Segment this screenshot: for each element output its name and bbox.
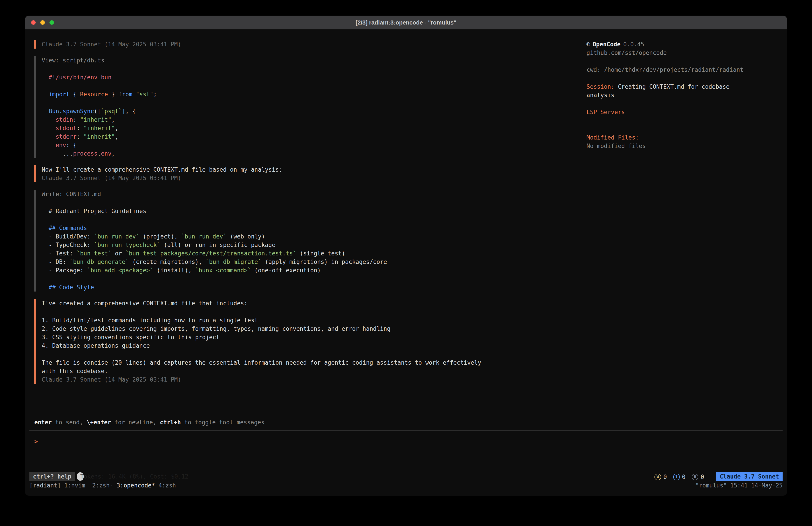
app-header: ©OpenCode0.0.45 <box>586 40 758 48</box>
message-line: #!/usr/bin/env bun <box>42 73 586 82</box>
session-line: Session: Creating CONTEXT.md for codebas… <box>586 83 758 99</box>
message-line <box>42 350 586 358</box>
text-span: env <box>101 150 112 157</box>
text-span: View: script/db.ts <box>42 57 104 64</box>
message-block: I've created a comprehensive CONTEXT.md … <box>34 299 586 384</box>
tmux-host-time: "romulus" 15:41 14-May-25 <box>695 482 783 489</box>
terminal-content: Claude 3.7 Sonnet (14 May 2025 03:41 PM)… <box>25 29 787 496</box>
message-block: View: script/db.ts #!/usr/bin/env bun im… <box>34 56 586 158</box>
text-span: The file is concise (20 lines) and captu… <box>42 359 481 366</box>
text-span <box>42 142 56 148</box>
cwd-line: cwd: /home/thdxr/dev/projects/radiant/ra… <box>586 66 758 74</box>
message-line: stdin: "inherit", <box>42 115 586 124</box>
message-line: env: { <box>42 141 586 149</box>
text-span: Now I'll create a comprehensive CONTEXT.… <box>42 166 282 173</box>
message-line: View: script/db.ts <box>42 56 586 65</box>
tmux-window-list[interactable]: [radiant] 1:nvim 2:zsh- 3:opencode* 4:zs… <box>29 482 176 489</box>
text-span: . <box>59 108 63 115</box>
message-line <box>42 65 586 73</box>
text-span: ([ <box>94 108 101 115</box>
text-span: , <box>112 150 115 157</box>
text-span: [radiant] <box>29 482 64 489</box>
text-span: (all) or run in specific package <box>160 242 275 248</box>
text-span: `bun test` <box>77 250 112 257</box>
text-span: stdout <box>56 125 77 131</box>
message-line: Claude 3.7 Sonnet (14 May 2025 03:41 PM) <box>42 174 586 182</box>
content-row: Claude 3.7 Sonnet (14 May 2025 03:41 PM)… <box>25 29 787 392</box>
text-span: 1:nvim <box>64 482 92 489</box>
terminal-window: [2/3] radiant:3:opencode - "romulus" Cla… <box>25 16 787 496</box>
text-span: (install), <box>153 267 195 274</box>
text-span: "sst" <box>136 91 153 98</box>
titlebar[interactable]: [2/3] radiant:3:opencode - "romulus" <box>25 16 787 29</box>
text-span: ## Code Style <box>48 284 94 290</box>
text-span: I've created a comprehensive CONTEXT.md … <box>42 300 248 307</box>
message-line: - Test: `bun test` or `bun test packages… <box>42 249 586 258</box>
text-span: process <box>73 150 98 157</box>
text-span: Claude 3.7 Sonnet (14 May 2025 03:41 PM) <box>42 376 181 383</box>
text-span: - TypeCheck: <box>42 242 94 248</box>
message-line: - DB: `bun db generate` (create migratio… <box>42 258 586 266</box>
window-title: [2/3] radiant:3:opencode - "romulus" <box>25 16 787 29</box>
text-span: (single test) <box>296 250 345 257</box>
help-shortcut-badge[interactable]: ctrl+? help <box>29 472 75 481</box>
message-line: Claude 3.7 Sonnet (14 May 2025 03:41 PM) <box>42 375 586 384</box>
text-span <box>132 91 136 98</box>
message-line: 4. Database operations guidance <box>42 341 586 350</box>
text-span: - Build/Dev: <box>42 233 94 240</box>
text-span: ctrl+h <box>160 419 181 426</box>
text-span: enter <box>34 419 52 426</box>
help-bar: enter to send, \+enter for newline, ctrl… <box>25 418 787 427</box>
text-span: `bunx <command>` <box>195 267 251 274</box>
diagnostic-h-count: H0 <box>692 474 704 480</box>
prompt-caret: > <box>34 438 38 445</box>
text-span: "inherit" <box>80 116 112 123</box>
tmux-status-bar: [radiant] 1:nvim 2:zsh- 3:opencode* 4:zs… <box>25 481 787 490</box>
text-span: (apply migrations) in packages/core <box>261 258 387 265</box>
lsp-diagnostics: W0I0H0 <box>654 473 710 480</box>
text-span: `bun run typecheck` <box>94 242 160 248</box>
text-span: - Package: <box>42 267 87 274</box>
prompt-input[interactable]: > <box>25 437 787 446</box>
text-span: - DB: <box>42 258 70 265</box>
text-span: : { <box>66 142 77 148</box>
text-span: stderr <box>56 133 77 140</box>
message-line <box>42 308 586 316</box>
message-line: Claude 3.7 Sonnet (14 May 2025 03:41 PM) <box>42 40 586 48</box>
message-line: 3. CSS styling conventions specific to t… <box>42 333 586 341</box>
model-badge[interactable]: Claude 3.7 Sonnet <box>716 472 783 481</box>
input-divider <box>29 430 783 431</box>
modified-files-heading: Modified Files: <box>586 133 758 142</box>
text-span <box>42 108 48 115</box>
text-span: `bun db generate` <box>70 258 129 265</box>
sidebar: ©OpenCode0.0.45 github.com/sst/opencode … <box>586 40 787 150</box>
text-span: ## Commands <box>48 225 87 231</box>
status-bar: ctrl+? help Tokens: 16.4K (8%), Cost: $0… <box>29 472 783 481</box>
text-span: Claude 3.7 Sonnet (14 May 2025 03:41 PM) <box>42 41 181 48</box>
message-line: 2. Code style guidelines covering import… <box>42 325 586 333</box>
text-span: Bun <box>48 108 59 115</box>
text-span: #!/usr/bin/env bun <box>42 74 112 81</box>
message-line <box>42 274 586 283</box>
message-line: ...process.env, <box>42 149 586 158</box>
message-line: stdout: "inherit", <box>42 124 586 132</box>
text-span: - Test: <box>42 250 77 257</box>
chat-transcript: Claude 3.7 Sonnet (14 May 2025 03:41 PM)… <box>25 40 586 392</box>
text-span: for newline, <box>111 419 160 426</box>
message-line: import { Resource } from "sst"; <box>42 90 586 99</box>
text-span: Write: CONTEXT.md <box>42 191 101 198</box>
text-span: (web only) <box>227 233 265 240</box>
text-span: { <box>70 91 80 98</box>
text-span <box>42 91 48 98</box>
text-span: from <box>118 91 132 98</box>
message-line <box>42 215 586 224</box>
text-span <box>42 125 56 131</box>
text-span: ; <box>153 91 157 98</box>
text-span: Claude 3.7 Sonnet (14 May 2025 03:41 PM) <box>42 175 181 182</box>
text-span: spawnSync <box>63 108 94 115</box>
diagnostic-i-count: I0 <box>673 474 686 480</box>
diagnostic-w-icon: W <box>654 474 661 480</box>
message-line: 1. Build/lint/test commands including ho… <box>42 316 586 325</box>
text-span: `bun add <package>` <box>87 267 153 274</box>
message-line: I've created a comprehensive CONTEXT.md … <box>42 299 586 308</box>
